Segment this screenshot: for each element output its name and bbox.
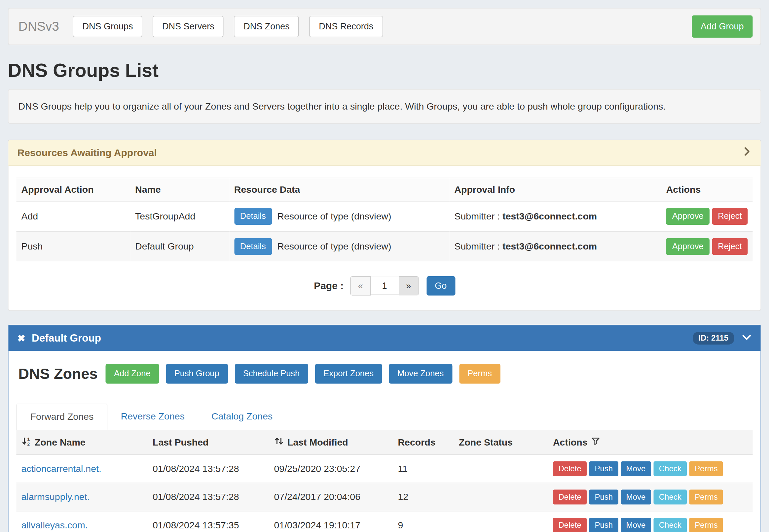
zone-status [454, 511, 548, 532]
col-zone-name[interactable]: Zone Name [35, 437, 85, 448]
nav-dns-zones[interactable]: DNS Zones [234, 16, 299, 37]
col-actions: Actions [661, 178, 753, 201]
next-page-button[interactable]: » [399, 276, 418, 296]
sort-icon[interactable] [274, 436, 284, 449]
push-button[interactable]: Push [589, 461, 619, 476]
approve-button[interactable]: Approve [666, 238, 710, 255]
approval-action-cell: Push [17, 231, 130, 261]
col-resource-data: Resource Data [229, 178, 450, 201]
delete-button[interactable]: Delete [553, 461, 587, 476]
col-last-modified[interactable]: Last Modified [287, 437, 348, 448]
group-panel-title: Default Group [32, 332, 101, 344]
add-zone-button[interactable]: Add Zone [106, 364, 159, 384]
add-group-button[interactable]: Add Group [692, 16, 753, 38]
details-button[interactable]: Details [234, 238, 272, 255]
approvals-table: Approval Action Name Resource Data Appro… [17, 178, 753, 262]
details-button[interactable]: Details [234, 208, 272, 225]
approvals-panel-title: Resources Awaiting Approval [17, 147, 157, 159]
submitter-label: Submitter : [454, 241, 500, 252]
nav-dns-records[interactable]: DNS Records [310, 16, 383, 37]
move-zones-button[interactable]: Move Zones [389, 364, 452, 384]
zone-row: alarmsupply.net. 01/08/2024 13:57:28 07/… [17, 483, 753, 511]
approval-row: Push Default Group Details Resource of t… [17, 231, 753, 261]
page-number-input[interactable] [370, 277, 399, 295]
zone-row: actioncarrental.net. 01/08/2024 13:57:28… [17, 455, 753, 483]
submitter-email: test3@6connect.com [502, 211, 597, 221]
app-brand: DNSv3 [18, 19, 59, 34]
submitter-email: test3@6connect.com [502, 241, 597, 252]
pagination: Page : « » Go [17, 276, 753, 296]
zone-name-link[interactable]: actioncarrental.net. [21, 463, 101, 474]
nav-dns-groups[interactable]: DNS Groups [73, 16, 142, 37]
zone-status [454, 483, 548, 511]
approve-button[interactable]: Approve [666, 208, 710, 225]
perms-button[interactable]: Perms [689, 461, 723, 476]
prev-page-button[interactable]: « [351, 276, 370, 296]
tab-catalog-zones[interactable]: Catalog Zones [198, 404, 286, 430]
page-container: DNSv3 DNS Groups DNS Servers DNS Zones D… [0, 0, 769, 532]
perms-button[interactable]: Perms [689, 518, 723, 532]
reject-button[interactable]: Reject [712, 238, 748, 255]
col-records[interactable]: Records [393, 430, 454, 455]
zone-status [454, 455, 548, 483]
delete-button[interactable]: Delete [553, 490, 587, 505]
push-group-button[interactable]: Push Group [166, 364, 228, 384]
zone-name-link[interactable]: allvalleyas.com. [21, 520, 88, 530]
go-button[interactable]: Go [426, 276, 455, 296]
approvals-panel-header[interactable]: Resources Awaiting Approval [9, 140, 761, 166]
zone-last-pushed: 01/08/2024 13:57:28 [148, 455, 269, 483]
zones-header-row: 12 Zone Name Last Pushed [17, 430, 753, 455]
approvals-header-row: Approval Action Name Resource Data Appro… [17, 178, 753, 201]
col-approval-action: Approval Action [17, 178, 130, 201]
zone-row: allvalleyas.com. 01/08/2024 13:57:35 01/… [17, 511, 753, 532]
tab-forward-zones[interactable]: Forward Zones [17, 404, 108, 430]
zone-last-pushed: 01/08/2024 13:57:28 [148, 483, 269, 511]
schedule-push-button[interactable]: Schedule Push [235, 364, 308, 384]
svg-text:1: 1 [27, 437, 30, 442]
check-button[interactable]: Check [653, 518, 687, 532]
move-button[interactable]: Move [621, 461, 651, 476]
filter-icon[interactable] [591, 437, 600, 448]
zone-name-link[interactable]: alarmsupply.net. [21, 492, 90, 502]
zone-last-modified: 09/25/2020 23:05:27 [269, 455, 393, 483]
app-root: DNSv3 DNS Groups DNS Servers DNS Zones D… [0, 0, 769, 532]
chevron-right-icon[interactable] [742, 147, 752, 159]
perms-button[interactable]: Perms [689, 490, 723, 505]
approvals-panel-body: Approval Action Name Resource Data Appro… [9, 166, 761, 311]
col-zone-status[interactable]: Zone Status [454, 430, 548, 455]
export-zones-button[interactable]: Export Zones [315, 364, 382, 384]
zone-records: 11 [393, 455, 454, 483]
perms-button[interactable]: Perms [459, 364, 500, 384]
check-button[interactable]: Check [653, 461, 687, 476]
col-name: Name [130, 178, 229, 201]
zone-tabs: Forward Zones Reverse Zones Catalog Zone… [17, 404, 753, 430]
delete-button[interactable]: Delete [553, 518, 587, 532]
push-button[interactable]: Push [589, 518, 619, 532]
tab-reverse-zones[interactable]: Reverse Zones [107, 404, 198, 430]
group-panel-header[interactable]: ✖ Default Group ID: 2115 [9, 325, 761, 351]
check-button[interactable]: Check [653, 490, 687, 505]
close-icon[interactable]: ✖ [17, 333, 25, 343]
move-button[interactable]: Move [621, 518, 651, 532]
chevron-down-icon[interactable] [742, 332, 752, 345]
reject-button[interactable]: Reject [712, 208, 748, 225]
group-panel-body: DNS Zones Add Zone Push Group Schedule P… [9, 351, 761, 532]
push-button[interactable]: Push [589, 490, 619, 505]
nav-dns-servers[interactable]: DNS Servers [153, 16, 224, 37]
col-last-pushed[interactable]: Last Pushed [148, 430, 269, 455]
top-navbar: DNSv3 DNS Groups DNS Servers DNS Zones D… [8, 8, 761, 45]
page-description: DNS Groups help you to organize all of y… [8, 89, 761, 124]
zone-last-modified: 07/24/2017 20:04:06 [269, 483, 393, 511]
zones-table: 12 Zone Name Last Pushed [17, 430, 753, 532]
resource-type-text: Resource of type (dnsview) [277, 211, 391, 222]
zone-last-modified: 01/03/2024 19:10:17 [269, 511, 393, 532]
sort-numeric-icon[interactable]: 12 [21, 436, 31, 449]
approval-row: Add TestGroupAdd Details Resource of typ… [17, 201, 753, 232]
resource-type-text: Resource of type (dnsview) [277, 241, 391, 252]
zones-section-title: DNS Zones [18, 365, 98, 382]
move-button[interactable]: Move [621, 490, 651, 505]
group-id-badge: ID: 2115 [692, 332, 734, 345]
svg-text:2: 2 [27, 442, 30, 446]
zone-last-pushed: 01/08/2024 13:57:35 [148, 511, 269, 532]
approval-name-cell: Default Group [130, 231, 229, 261]
